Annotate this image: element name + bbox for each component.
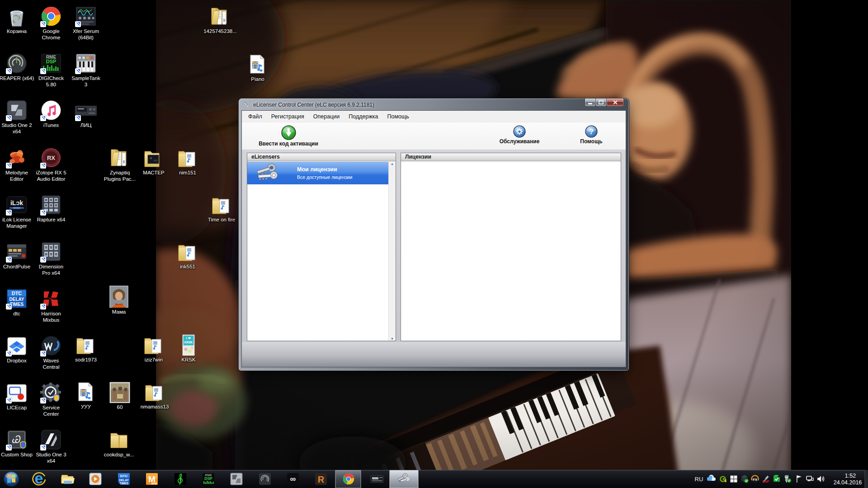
svg-text:DSP: DSP <box>763 480 769 483</box>
svg-text:DELAY: DELAY <box>119 479 129 482</box>
svg-text:FX: FX <box>753 478 758 482</box>
svg-text:DTC: DTC <box>120 474 128 478</box>
svg-text:∞: ∞ <box>290 474 296 483</box>
svg-text:DSP: DSP <box>204 476 212 481</box>
svg-text:BPM: BPM <box>151 482 157 485</box>
svg-text:R: R <box>318 474 325 484</box>
svg-text:1:52: 1:52 <box>845 473 856 479</box>
svg-text:TIMES: TIMES <box>119 482 129 485</box>
svg-text:RU: RU <box>695 476 703 483</box>
svg-text:24.04.2016: 24.04.2016 <box>834 479 862 486</box>
